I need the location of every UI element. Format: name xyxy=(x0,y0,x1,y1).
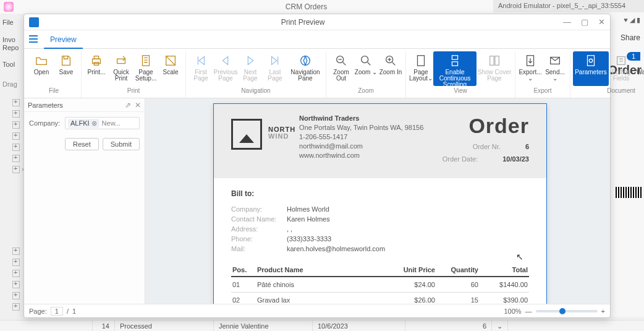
close-panel-icon[interactable]: ✕ xyxy=(135,101,141,110)
pin-icon[interactable]: ⇗ xyxy=(125,101,131,110)
send-button[interactable]: Send... ⌄ xyxy=(543,51,567,86)
table-row: 02Gravad lax$26.0015$390.00 xyxy=(231,293,529,304)
parameters-button[interactable]: Parameters xyxy=(573,51,609,86)
page-label: Page: xyxy=(29,307,47,315)
group-zoom-label: Zoom xyxy=(358,86,374,95)
company-placeholder: New... xyxy=(102,119,121,127)
zoom-minus-icon[interactable]: — xyxy=(525,307,532,315)
expand-row[interactable] xyxy=(12,132,20,140)
zoom-plus-icon[interactable]: + xyxy=(601,307,605,315)
zoom-out-button[interactable]: Zoom Out xyxy=(329,51,354,86)
expand-row[interactable] xyxy=(12,270,20,277)
order-heading: Order xyxy=(443,114,529,138)
group-view-label: View xyxy=(454,86,467,95)
status-id: 14 xyxy=(93,320,115,332)
zoom-button[interactable]: Zoom ⌄ xyxy=(354,51,378,86)
items-table: Pos. Product Name Unit Price Quantity To… xyxy=(231,264,529,304)
expand-row[interactable] xyxy=(12,144,20,151)
svg-point-6 xyxy=(301,56,310,66)
expand-row[interactable] xyxy=(12,155,20,162)
expand-row[interactable] xyxy=(12,292,20,299)
open-button[interactable]: Open xyxy=(29,51,54,86)
editing-fields-button[interactable]: Editing Fields xyxy=(609,51,633,86)
bill-to-grid: Company:Holmes World Contact Name:Karen … xyxy=(231,205,529,252)
page-layout-button[interactable]: Page Layout⌄ xyxy=(409,51,433,86)
page-viewport[interactable]: NORTHWIND Northwind Traders One Portals … xyxy=(145,98,610,304)
show-cover-button[interactable]: Show Cover Page xyxy=(477,51,512,86)
bg-drag: Drag xyxy=(0,77,22,88)
svg-rect-10 xyxy=(418,56,425,66)
next-page-button[interactable]: Next Page xyxy=(238,51,263,86)
zoom-in-button[interactable]: Zoom In xyxy=(378,51,403,86)
preview-close-icon[interactable]: ✕ xyxy=(598,17,605,27)
preview-app-icon xyxy=(29,17,39,27)
preview-minimize-icon[interactable]: — xyxy=(563,17,571,27)
status-bar: 14 Processed Jennie Valentine 10/6/2023 … xyxy=(0,320,644,331)
last-page-button[interactable]: Last Page xyxy=(263,51,287,86)
group-print-label: Print xyxy=(127,86,140,95)
expand-row[interactable] xyxy=(12,303,20,311)
preview-maximize-icon[interactable]: ▢ xyxy=(581,17,588,27)
group-export-label: Export xyxy=(534,86,552,95)
status-date: 10/6/2023 xyxy=(313,320,405,332)
expand-row[interactable] xyxy=(12,281,20,288)
group-document-label: Document xyxy=(607,86,635,95)
hamburger-icon[interactable] xyxy=(28,33,39,45)
continuous-scrolling-button[interactable]: Enable Continuous Scrolling xyxy=(433,51,477,86)
svg-rect-1 xyxy=(94,56,98,59)
tab-preview[interactable]: Preview xyxy=(44,32,83,49)
app-icon xyxy=(4,2,14,12)
svg-point-8 xyxy=(362,56,368,63)
status-icons: ♥ ◢ ▮ xyxy=(624,16,640,24)
bg-left-text: Invo Repo xyxy=(0,32,22,52)
print-button[interactable]: Print... xyxy=(84,51,109,86)
cursor-icon: ↖ xyxy=(516,252,523,262)
expand-row[interactable] xyxy=(12,121,20,129)
watermark-button[interactable]: Watermark xyxy=(633,51,644,86)
parameters-title: Parameters xyxy=(28,101,63,109)
scale-button[interactable]: Scale xyxy=(158,51,183,86)
parameters-panel: Parameters ⇗ ✕ Company: ALFKI⊗ New... Re… xyxy=(24,98,145,304)
submit-button[interactable]: Submit xyxy=(103,138,140,150)
company-logo-text: NORTHWIND xyxy=(268,126,295,168)
first-page-button[interactable]: First Page xyxy=(189,51,213,86)
expand-row[interactable] xyxy=(12,259,20,266)
svg-rect-17 xyxy=(588,56,595,66)
status-employee: Jennie Valentine xyxy=(214,320,313,332)
barcode-icon xyxy=(616,187,642,198)
expand-row[interactable] xyxy=(12,99,20,106)
scroll-down-icon[interactable]: ⌄ xyxy=(492,320,508,332)
save-button[interactable]: Save xyxy=(54,51,78,86)
zoom-slider[interactable] xyxy=(536,310,598,312)
svg-point-18 xyxy=(589,59,593,62)
navigation-pane-button[interactable]: Navigation Pane xyxy=(287,51,323,86)
expand-row[interactable] xyxy=(12,110,20,118)
svg-rect-19 xyxy=(617,57,625,65)
company-input[interactable]: ALFKI⊗ New... xyxy=(65,117,140,129)
emulator-tab[interactable]: Android Emulator - pixel_5_-_api_33:5554 xyxy=(493,0,644,12)
preview-title: Print Preview xyxy=(43,18,563,27)
page-current[interactable]: 1 xyxy=(51,307,63,316)
previous-page-button[interactable]: Previous Page xyxy=(213,51,238,86)
quick-print-button[interactable]: Quick Print xyxy=(109,51,133,86)
svg-rect-11 xyxy=(452,56,457,59)
svg-rect-12 xyxy=(452,62,457,66)
expand-row-active[interactable] xyxy=(12,166,20,173)
zoom-value: 100% xyxy=(504,307,521,315)
company-info: Northwind Traders One Portals Way, Twin … xyxy=(299,114,443,168)
page-total: 1 xyxy=(72,307,76,315)
share-button[interactable]: Share xyxy=(621,33,640,42)
svg-rect-4 xyxy=(143,56,150,66)
svg-rect-0 xyxy=(93,59,101,63)
table-row: 01Pâté chinois$24.0060$1440.00 xyxy=(231,277,529,293)
bill-to-label: Bill to: xyxy=(231,189,529,198)
expand-row[interactable] xyxy=(12,247,20,255)
export-button[interactable]: Export... ⌄ xyxy=(518,51,543,86)
group-navigation-label: Navigation xyxy=(241,86,270,95)
report-page: NORTHWIND Northwind Traders One Portals … xyxy=(213,103,547,304)
company-token: ALFKI⊗ xyxy=(68,119,100,128)
remove-token-icon[interactable]: ⊗ xyxy=(91,119,97,127)
page-setup-button[interactable]: Page Setup... xyxy=(133,51,158,86)
menu-file[interactable]: File xyxy=(0,14,22,32)
reset-button[interactable]: Reset xyxy=(65,138,99,150)
